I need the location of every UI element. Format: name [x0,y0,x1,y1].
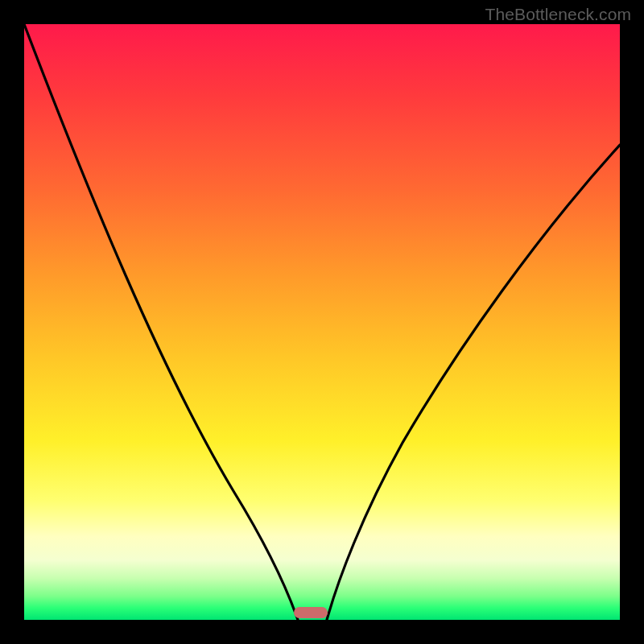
left-curve [24,24,298,620]
bottleneck-marker [294,607,328,618]
right-curve [327,145,620,620]
watermark-text: TheBottleneck.com [485,5,631,24]
curves-svg [24,24,620,620]
plot-area [24,24,620,620]
